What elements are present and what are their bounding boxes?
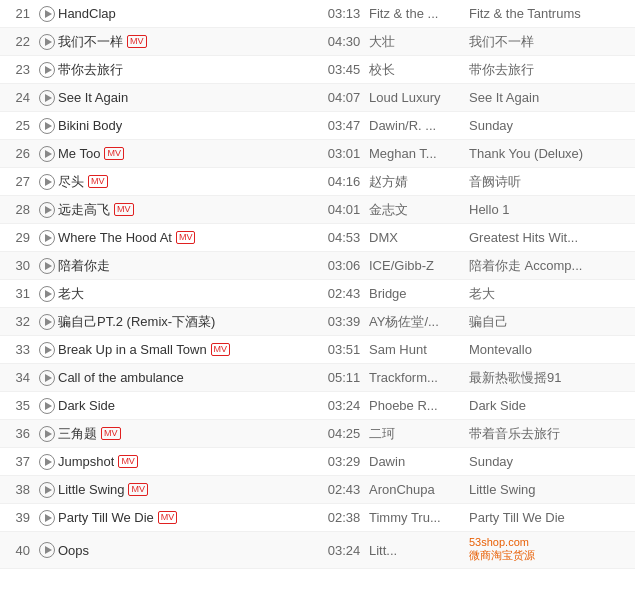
track-album: Sunday (469, 454, 629, 469)
play-button-col (36, 454, 58, 470)
track-artist: AronChupa (369, 482, 469, 497)
play-button[interactable] (39, 342, 55, 358)
track-album: 最新热歌慢摇91 (469, 369, 629, 387)
play-button[interactable] (39, 90, 55, 106)
track-row: 28远走高飞MV04:01金志文Hello 1 (0, 196, 635, 224)
track-album: See It Again (469, 90, 629, 105)
track-row: 34Call of the ambulance05:11Trackform...… (0, 364, 635, 392)
track-title-col: 我们不一样MV (58, 33, 319, 51)
play-button[interactable] (39, 482, 55, 498)
play-button[interactable] (39, 118, 55, 134)
track-row: 35Dark Side03:24Phoebe R...Dark Side (0, 392, 635, 420)
track-artist: Meghan T... (369, 146, 469, 161)
play-icon (45, 486, 52, 494)
track-album: 带着音乐去旅行 (469, 425, 629, 443)
play-button-col (36, 146, 58, 162)
track-title-col: 陪着你走 (58, 257, 319, 275)
mv-badge[interactable]: MV (176, 231, 196, 244)
track-title: 带你去旅行 (58, 61, 123, 79)
track-title: Jumpshot (58, 454, 114, 469)
play-button[interactable] (39, 174, 55, 190)
play-button[interactable] (39, 426, 55, 442)
play-button[interactable] (39, 62, 55, 78)
track-artist: 金志文 (369, 201, 469, 219)
track-title-col: HandClap (58, 6, 319, 21)
track-duration: 03:13 (319, 6, 369, 21)
play-button-col (36, 118, 58, 134)
track-row: 36三角题MV04:25二珂带着音乐去旅行 (0, 420, 635, 448)
track-album: Fitz & the Tantrums (469, 6, 629, 21)
track-number: 25 (6, 118, 36, 133)
track-album: Greatest Hits Wit... (469, 230, 629, 245)
track-artist: DMX (369, 230, 469, 245)
play-icon (45, 514, 52, 522)
play-icon (45, 318, 52, 326)
play-button[interactable] (39, 202, 55, 218)
play-button[interactable] (39, 370, 55, 386)
track-title: Party Till We Die (58, 510, 154, 525)
play-button[interactable] (39, 6, 55, 22)
play-icon (45, 402, 52, 410)
track-title-col: Break Up in a Small TownMV (58, 342, 319, 357)
play-icon (45, 458, 52, 466)
track-title: 老大 (58, 285, 84, 303)
track-duration: 03:01 (319, 146, 369, 161)
track-row: 37JumpshotMV03:29DawinSunday (0, 448, 635, 476)
play-button-col (36, 426, 58, 442)
mv-badge[interactable]: MV (128, 483, 148, 496)
track-title-col: 尽头MV (58, 173, 319, 191)
play-icon (45, 206, 52, 214)
track-title: Dark Side (58, 398, 115, 413)
mv-badge[interactable]: MV (158, 511, 178, 524)
track-artist: 赵方婧 (369, 173, 469, 191)
track-title: 陪着你走 (58, 257, 110, 275)
mv-badge[interactable]: MV (114, 203, 134, 216)
track-duration: 02:43 (319, 482, 369, 497)
mv-badge[interactable]: MV (118, 455, 138, 468)
track-row: 30陪着你走03:06ICE/Gibb-Z陪着你走 Accomp... (0, 252, 635, 280)
track-title-col: JumpshotMV (58, 454, 319, 469)
play-button[interactable] (39, 314, 55, 330)
play-icon (45, 234, 52, 242)
track-artist: Loud Luxury (369, 90, 469, 105)
play-button-col (36, 314, 58, 330)
mv-badge[interactable]: MV (101, 427, 121, 440)
track-number: 24 (6, 90, 36, 105)
play-button[interactable] (39, 34, 55, 50)
play-button-col (36, 482, 58, 498)
track-number: 22 (6, 34, 36, 49)
shop-watermark: 53shop.com微商淘宝货源 (469, 536, 629, 563)
play-icon (45, 262, 52, 270)
track-row: 40Oops03:24Litt...53shop.com微商淘宝货源 (0, 532, 635, 569)
play-button[interactable] (39, 230, 55, 246)
track-duration: 04:30 (319, 34, 369, 49)
play-button-col (36, 62, 58, 78)
track-row: 39Party Till We DieMV02:38Timmy Tru...Pa… (0, 504, 635, 532)
play-button[interactable] (39, 542, 55, 558)
track-duration: 03:47 (319, 118, 369, 133)
track-album: 带你去旅行 (469, 61, 629, 79)
track-row: 27尽头MV04:16赵方婧音阙诗听 (0, 168, 635, 196)
track-title-col: Party Till We DieMV (58, 510, 319, 525)
play-button[interactable] (39, 454, 55, 470)
track-album: Thank You (Deluxe) (469, 146, 629, 161)
play-icon (45, 38, 52, 46)
mv-badge[interactable]: MV (211, 343, 231, 356)
play-icon (45, 430, 52, 438)
mv-badge[interactable]: MV (104, 147, 124, 160)
play-button[interactable] (39, 286, 55, 302)
play-button-col (36, 342, 58, 358)
track-album: 音阙诗听 (469, 173, 629, 191)
mv-badge[interactable]: MV (88, 175, 108, 188)
play-icon (45, 150, 52, 158)
play-button[interactable] (39, 146, 55, 162)
mv-badge[interactable]: MV (127, 35, 147, 48)
track-title-col: 带你去旅行 (58, 61, 319, 79)
track-number: 40 (6, 543, 36, 558)
play-button[interactable] (39, 510, 55, 526)
play-button-col (36, 230, 58, 246)
play-button[interactable] (39, 258, 55, 274)
play-button[interactable] (39, 398, 55, 414)
play-button-col (36, 286, 58, 302)
play-button-col (36, 398, 58, 414)
